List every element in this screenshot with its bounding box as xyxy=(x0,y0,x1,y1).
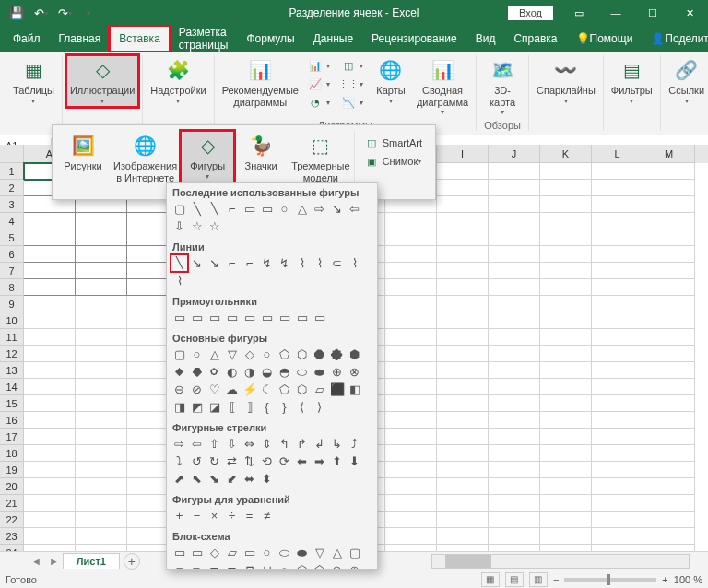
shape-glyph[interactable]: ⊏ xyxy=(206,562,222,570)
shape-glyph[interactable]: ⊕ xyxy=(347,562,362,570)
shape-glyph[interactable]: ▭ xyxy=(294,310,310,325)
cell[interactable] xyxy=(385,462,437,478)
cell[interactable] xyxy=(489,296,540,312)
shape-glyph[interactable]: ▭ xyxy=(189,545,205,560)
cell[interactable] xyxy=(540,180,592,196)
cell[interactable] xyxy=(643,379,695,395)
cell[interactable] xyxy=(437,213,489,229)
shape-glyph[interactable]: ⇨ xyxy=(312,201,327,217)
cell[interactable] xyxy=(24,462,76,478)
row-header[interactable]: 13 xyxy=(0,362,24,379)
shape-glyph[interactable]: ↺ xyxy=(189,453,205,469)
scatter-chart-button[interactable]: ⋮⋮▾ xyxy=(337,76,367,92)
shape-glyph[interactable]: ⟩ xyxy=(312,399,327,415)
cell[interactable] xyxy=(643,412,695,429)
shape-glyph[interactable]: △ xyxy=(329,545,345,560)
shape-glyph[interactable]: ▭ xyxy=(259,201,275,217)
cell[interactable] xyxy=(489,180,540,196)
shape-glyph[interactable]: ○ xyxy=(277,201,292,217)
cell[interactable] xyxy=(437,379,489,395)
cell[interactable] xyxy=(489,312,540,329)
shape-glyph[interactable]: ⬆ xyxy=(329,453,345,469)
cell[interactable] xyxy=(540,429,592,445)
cell[interactable] xyxy=(437,312,489,329)
cell[interactable] xyxy=(643,196,695,213)
cell[interactable] xyxy=(76,279,127,296)
shape-glyph[interactable]: ⌐ xyxy=(224,255,240,271)
cell[interactable] xyxy=(643,445,695,462)
row-header[interactable]: 10 xyxy=(0,312,24,329)
cell[interactable] xyxy=(76,429,127,445)
shape-glyph[interactable]: ⬅ xyxy=(294,453,310,469)
shape-glyph[interactable]: ↱ xyxy=(294,436,310,452)
shape-glyph[interactable]: ⊓ xyxy=(242,562,257,570)
cell[interactable] xyxy=(592,296,643,312)
shape-glyph[interactable]: ⊂ xyxy=(329,255,345,271)
cell[interactable] xyxy=(592,312,643,329)
shape-glyph[interactable]: ▭ xyxy=(206,310,222,325)
cell[interactable] xyxy=(489,462,540,478)
cell[interactable] xyxy=(76,412,127,429)
cell[interactable] xyxy=(437,180,489,196)
shape-glyph[interactable]: ○ xyxy=(189,347,205,362)
shape-glyph[interactable]: ◑ xyxy=(242,364,257,380)
row-header[interactable]: 22 xyxy=(0,512,24,528)
cell[interactable] xyxy=(76,545,127,551)
shape-glyph[interactable]: ≠ xyxy=(259,508,275,523)
zoom-in-button[interactable]: + xyxy=(662,574,667,585)
cell[interactable] xyxy=(592,528,643,545)
cell[interactable] xyxy=(24,329,76,346)
cell[interactable] xyxy=(385,412,437,429)
shape-glyph[interactable]: ⇕ xyxy=(259,436,275,452)
line-chart-button[interactable]: 📈▾ xyxy=(304,76,334,92)
zoom-slider[interactable] xyxy=(564,578,656,582)
shape-glyph[interactable]: ⬠ xyxy=(277,347,292,362)
page-layout-view-button[interactable]: ▤ xyxy=(505,572,524,587)
row-header[interactable]: 1 xyxy=(0,163,24,180)
ribbon-options-icon[interactable]: ▭ xyxy=(560,0,597,26)
cell[interactable] xyxy=(489,196,540,213)
cell[interactable] xyxy=(437,196,489,213)
shape-glyph[interactable]: − xyxy=(189,508,205,523)
minimize-icon[interactable]: — xyxy=(597,0,634,26)
tab-insert[interactable]: Вставка xyxy=(110,26,170,52)
cell[interactable] xyxy=(437,495,489,512)
shape-glyph[interactable]: ▢ xyxy=(347,545,362,560)
cell[interactable] xyxy=(76,528,127,545)
shape-glyph[interactable]: ○ xyxy=(259,545,275,560)
cell[interactable] xyxy=(643,180,695,196)
recommended-charts-button[interactable]: 📊 Рекомендуемые диаграммы xyxy=(218,55,302,110)
shape-glyph[interactable]: ⌐ xyxy=(242,255,257,271)
cell[interactable] xyxy=(643,263,695,279)
row-header[interactable]: 17 xyxy=(0,429,24,445)
column-header[interactable]: I xyxy=(437,145,489,163)
cell[interactable] xyxy=(540,329,592,346)
cell[interactable] xyxy=(76,445,127,462)
links-button[interactable]: 🔗 Ссылки ▾ xyxy=(665,55,708,107)
cell[interactable] xyxy=(437,462,489,478)
cell[interactable] xyxy=(24,263,76,279)
cell[interactable] xyxy=(437,296,489,312)
cell[interactable] xyxy=(489,163,540,180)
cell[interactable] xyxy=(592,180,643,196)
zoom-out-button[interactable]: − xyxy=(553,574,559,585)
row-header[interactable]: 5 xyxy=(0,229,24,246)
cell[interactable] xyxy=(76,213,127,229)
undo-icon[interactable]: ↶▾ xyxy=(30,2,52,24)
shape-glyph[interactable]: ◐ xyxy=(224,364,240,380)
shape-glyph[interactable]: ▭ xyxy=(312,310,327,325)
shape-glyph[interactable]: ⌐ xyxy=(224,201,240,217)
cell[interactable] xyxy=(592,478,643,495)
cell[interactable] xyxy=(437,163,489,180)
cell[interactable] xyxy=(385,478,437,495)
cell[interactable] xyxy=(385,495,437,512)
cell[interactable] xyxy=(489,429,540,445)
cell[interactable] xyxy=(540,462,592,478)
cell[interactable] xyxy=(385,263,437,279)
shape-glyph[interactable]: ◨ xyxy=(171,399,187,415)
cell[interactable] xyxy=(437,329,489,346)
shape-glyph[interactable]: ⇅ xyxy=(242,453,257,469)
row-header[interactable]: 23 xyxy=(0,528,24,545)
cell[interactable] xyxy=(489,528,540,545)
cell[interactable] xyxy=(489,412,540,429)
